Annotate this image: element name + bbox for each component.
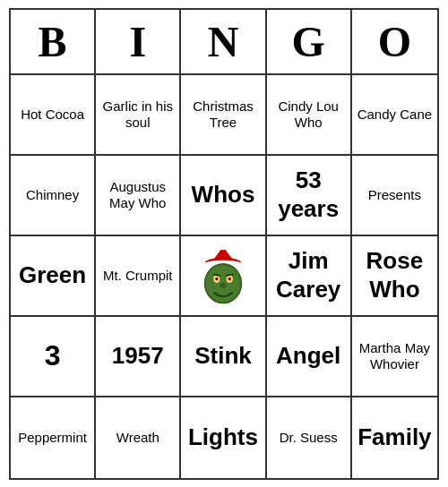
cell-text-7: Whos xyxy=(192,181,255,209)
header-letter-g: G xyxy=(267,10,352,73)
bingo-cell-20: Peppermint xyxy=(11,397,96,478)
cell-text-23: Dr. Suess xyxy=(280,430,338,446)
bingo-cell-22: Lights xyxy=(181,397,266,478)
bingo-cell-11: Mt. Crumpit xyxy=(96,236,181,317)
bingo-cell-21: Wreath xyxy=(96,397,181,478)
cell-text-11: Mt. Crumpit xyxy=(103,268,173,284)
bingo-cell-24: Family xyxy=(352,397,437,478)
cell-text-18: Angel xyxy=(276,342,340,370)
bingo-cell-0: Hot Cocoa xyxy=(11,75,96,156)
cell-text-4: Candy Cane xyxy=(358,107,432,123)
bingo-cell-7: Whos xyxy=(181,156,266,236)
cell-text-14: Rose Who xyxy=(356,247,434,303)
bingo-grid: Hot CocoaGarlic in his soulChristmas Tre… xyxy=(11,75,437,478)
svg-point-8 xyxy=(228,277,231,280)
cell-text-8: 53 years xyxy=(271,167,347,222)
cell-text-6: Augustus May Who xyxy=(99,179,176,211)
bingo-cell-10: Green xyxy=(11,236,96,317)
bingo-cell-13: Jim Carey xyxy=(267,236,352,317)
bingo-card: BINGO Hot CocoaGarlic in his soulChristm… xyxy=(9,8,439,480)
bingo-cell-18: Angel xyxy=(267,317,352,397)
bingo-cell-3: Cindy Lou Who xyxy=(267,75,352,156)
bingo-cell-2: Christmas Tree xyxy=(181,75,266,156)
cell-text-13: Jim Carey xyxy=(271,247,347,303)
bingo-header: BINGO xyxy=(11,10,437,75)
cell-text-5: Chimney xyxy=(26,187,79,203)
header-letter-i: I xyxy=(96,10,181,73)
cell-text-22: Lights xyxy=(188,423,258,451)
bingo-cell-14: Rose Who xyxy=(352,236,437,317)
cell-text-10: Green xyxy=(19,261,86,289)
cell-text-20: Peppermint xyxy=(18,430,87,446)
cell-text-2: Christmas Tree xyxy=(185,98,261,131)
header-letter-b: B xyxy=(11,10,96,73)
cell-text-19: Martha May Whovier xyxy=(356,340,434,372)
bingo-cell-12 xyxy=(181,236,266,317)
bingo-cell-16: 1957 xyxy=(96,317,181,397)
header-letter-n: N xyxy=(181,10,266,73)
bingo-cell-8: 53 years xyxy=(267,156,352,236)
bingo-cell-17: Stink xyxy=(181,317,266,397)
cell-text-15: 3 xyxy=(45,338,61,372)
bingo-cell-4: Candy Cane xyxy=(352,75,437,156)
cell-text-21: Wreath xyxy=(116,430,159,446)
svg-point-7 xyxy=(215,277,219,280)
cell-text-16: 1957 xyxy=(112,342,164,370)
bingo-cell-15: 3 xyxy=(11,317,96,397)
bingo-cell-6: Augustus May Who xyxy=(96,156,181,236)
cell-text-24: Family xyxy=(358,423,431,451)
bingo-cell-5: Chimney xyxy=(11,156,96,236)
svg-point-9 xyxy=(220,282,226,287)
cell-text-3: Cindy Lou Who xyxy=(271,98,347,131)
cell-text-9: Presents xyxy=(368,187,421,203)
svg-point-2 xyxy=(220,244,226,250)
bingo-cell-1: Garlic in his soul xyxy=(96,75,181,156)
cell-text-17: Stink xyxy=(194,342,252,370)
bingo-cell-19: Martha May Whovier xyxy=(352,317,437,397)
bingo-cell-9: Presents xyxy=(352,156,437,236)
bingo-cell-23: Dr. Suess xyxy=(267,397,352,478)
header-letter-o: O xyxy=(352,10,437,73)
cell-text-1: Garlic in his soul xyxy=(99,98,176,131)
cell-text-0: Hot Cocoa xyxy=(21,107,84,123)
